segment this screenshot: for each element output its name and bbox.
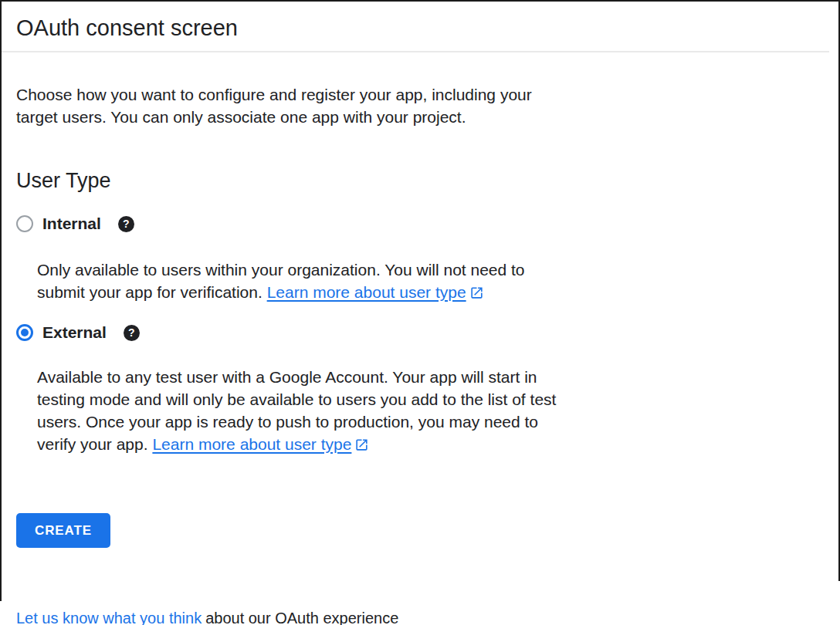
- radio-option-internal[interactable]: Internal ?: [16, 214, 821, 234]
- radio-label-external[interactable]: External: [42, 323, 107, 342]
- learn-more-link-label: Learn more about user type: [152, 435, 351, 453]
- learn-more-link-external[interactable]: Learn more about user type: [152, 435, 369, 453]
- help-icon[interactable]: ?: [124, 325, 140, 341]
- main-content: Choose how you want to configure and reg…: [0, 83, 840, 548]
- window-border-left: [0, 0, 2, 601]
- oauth-consent-page: OAuth consent screen Choose how you want…: [0, 0, 840, 625]
- header-divider: [0, 51, 829, 52]
- help-icon[interactable]: ?: [118, 216, 134, 232]
- page-header: OAuth consent screen: [0, 0, 840, 51]
- radio-button-internal[interactable]: [16, 215, 33, 232]
- radio-button-external[interactable]: [16, 324, 33, 341]
- radio-option-external[interactable]: External ?: [16, 323, 821, 343]
- feedback-link[interactable]: Let us know what you think: [16, 610, 205, 625]
- internal-description: Only available to users within your orga…: [37, 258, 655, 303]
- intro-text: Choose how you want to configure and reg…: [16, 83, 649, 128]
- create-button[interactable]: CREATE: [16, 513, 110, 548]
- external-description: Available to any test user with a Google…: [37, 366, 655, 455]
- radio-label-internal[interactable]: Internal: [42, 215, 101, 233]
- feedback-text: about our OAuth experience: [205, 610, 398, 625]
- feedback-footer: Let us know what you thinkabout our OAut…: [16, 608, 398, 625]
- open-in-new-icon: [469, 285, 484, 300]
- user-type-heading: User Type: [16, 168, 821, 193]
- page-title: OAuth consent screen: [16, 15, 821, 41]
- window-border-top: [0, 0, 840, 2]
- open-in-new-icon: [354, 438, 369, 452]
- learn-more-link-internal[interactable]: Learn more about user type: [267, 283, 484, 301]
- learn-more-link-label: Learn more about user type: [267, 283, 466, 301]
